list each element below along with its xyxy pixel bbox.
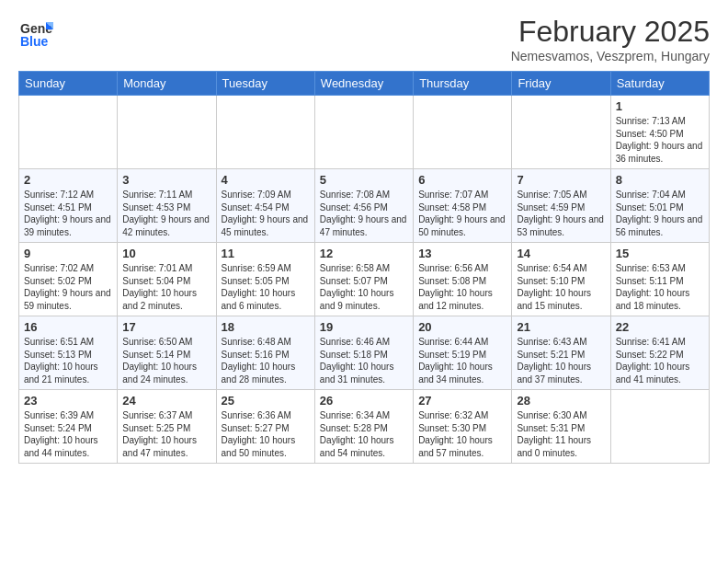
calendar-cell — [414, 96, 512, 169]
calendar-week-row: 9Sunrise: 7:02 AM Sunset: 5:02 PM Daylig… — [19, 243, 710, 316]
calendar-week-row: 1Sunrise: 7:13 AM Sunset: 4:50 PM Daylig… — [19, 96, 710, 169]
calendar-cell — [216, 96, 314, 169]
day-info: Sunrise: 7:02 AM Sunset: 5:02 PM Dayligh… — [24, 262, 112, 312]
day-number: 17 — [122, 320, 210, 334]
day-info: Sunrise: 6:51 AM Sunset: 5:13 PM Dayligh… — [24, 336, 112, 385]
day-info: Sunrise: 7:08 AM Sunset: 4:56 PM Dayligh… — [320, 189, 408, 238]
day-info: Sunrise: 7:11 AM Sunset: 4:53 PM Dayligh… — [122, 189, 210, 238]
calendar-cell — [610, 390, 709, 464]
calendar-cell: 12Sunrise: 6:58 AM Sunset: 5:07 PM Dayli… — [314, 243, 413, 316]
day-info: Sunrise: 7:09 AM Sunset: 4:54 PM Dayligh… — [222, 189, 310, 238]
calendar-cell: 10Sunrise: 7:01 AM Sunset: 5:04 PM Dayli… — [118, 243, 216, 316]
day-number: 15 — [616, 247, 704, 260]
day-info: Sunrise: 7:04 AM Sunset: 5:01 PM Dayligh… — [616, 189, 704, 238]
calendar-cell: 17Sunrise: 6:50 AM Sunset: 5:14 PM Dayli… — [118, 316, 216, 390]
day-info: Sunrise: 7:13 AM Sunset: 4:50 PM Dayligh… — [616, 115, 704, 165]
day-info: Sunrise: 7:01 AM Sunset: 5:04 PM Dayligh… — [122, 262, 210, 312]
day-info: Sunrise: 6:44 AM Sunset: 5:19 PM Dayligh… — [418, 336, 506, 385]
calendar-table: Sunday Monday Tuesday Wednesday Thursday… — [18, 71, 710, 464]
calendar-cell: 18Sunrise: 6:48 AM Sunset: 5:16 PM Dayli… — [216, 316, 314, 390]
svg-text:Blue: Blue — [20, 34, 49, 49]
day-info: Sunrise: 6:50 AM Sunset: 5:14 PM Dayligh… — [122, 336, 210, 385]
calendar-week-row: 2Sunrise: 7:12 AM Sunset: 4:51 PM Daylig… — [19, 169, 710, 243]
day-number: 14 — [517, 247, 605, 260]
day-info: Sunrise: 6:39 AM Sunset: 5:24 PM Dayligh… — [24, 409, 112, 459]
day-info: Sunrise: 6:56 AM Sunset: 5:08 PM Dayligh… — [418, 262, 506, 312]
header-sunday: Sunday — [19, 72, 118, 96]
calendar-cell — [118, 96, 216, 169]
calendar-cell: 26Sunrise: 6:34 AM Sunset: 5:28 PM Dayli… — [314, 390, 413, 464]
calendar-cell: 16Sunrise: 6:51 AM Sunset: 5:13 PM Dayli… — [19, 316, 118, 390]
header-thursday: Thursday — [414, 72, 512, 96]
logo-icon: General Blue — [18, 15, 53, 50]
day-info: Sunrise: 7:07 AM Sunset: 4:58 PM Dayligh… — [418, 189, 506, 238]
page-container: General Blue February 2025 Nemesvamos, V… — [0, 0, 728, 478]
day-number: 6 — [418, 173, 506, 187]
location: Nemesvamos, Veszprem, Hungary — [511, 49, 710, 63]
calendar-cell — [314, 96, 413, 169]
calendar-cell: 7Sunrise: 7:05 AM Sunset: 4:59 PM Daylig… — [512, 169, 610, 243]
calendar-cell: 20Sunrise: 6:44 AM Sunset: 5:19 PM Dayli… — [414, 316, 512, 390]
day-info: Sunrise: 6:59 AM Sunset: 5:05 PM Dayligh… — [222, 262, 310, 312]
logo: General Blue — [18, 15, 53, 50]
calendar-cell: 22Sunrise: 6:41 AM Sunset: 5:22 PM Dayli… — [610, 316, 709, 390]
day-number: 3 — [122, 173, 210, 187]
day-number: 2 — [24, 173, 112, 187]
day-info: Sunrise: 6:46 AM Sunset: 5:18 PM Dayligh… — [320, 336, 408, 385]
calendar-cell: 24Sunrise: 6:37 AM Sunset: 5:25 PM Dayli… — [118, 390, 216, 464]
day-number: 1 — [616, 99, 704, 113]
day-number: 18 — [222, 320, 310, 334]
day-number: 16 — [24, 320, 112, 334]
day-number: 19 — [320, 320, 408, 334]
day-info: Sunrise: 6:32 AM Sunset: 5:30 PM Dayligh… — [418, 409, 506, 459]
day-info: Sunrise: 7:12 AM Sunset: 4:51 PM Dayligh… — [24, 189, 112, 238]
calendar-cell: 9Sunrise: 7:02 AM Sunset: 5:02 PM Daylig… — [19, 243, 118, 316]
header-saturday: Saturday — [610, 72, 709, 96]
calendar-cell: 1Sunrise: 7:13 AM Sunset: 4:50 PM Daylig… — [610, 96, 709, 169]
day-number: 27 — [418, 394, 506, 408]
calendar-week-row: 23Sunrise: 6:39 AM Sunset: 5:24 PM Dayli… — [19, 390, 710, 464]
day-number: 8 — [616, 173, 704, 187]
calendar-cell: 23Sunrise: 6:39 AM Sunset: 5:24 PM Dayli… — [19, 390, 118, 464]
calendar-cell: 14Sunrise: 6:54 AM Sunset: 5:10 PM Dayli… — [512, 243, 610, 316]
calendar-cell: 3Sunrise: 7:11 AM Sunset: 4:53 PM Daylig… — [118, 169, 216, 243]
calendar-cell: 2Sunrise: 7:12 AM Sunset: 4:51 PM Daylig… — [19, 169, 118, 243]
header-wednesday: Wednesday — [314, 72, 413, 96]
day-info: Sunrise: 6:30 AM Sunset: 5:31 PM Dayligh… — [517, 409, 605, 459]
day-number: 9 — [24, 247, 112, 260]
day-info: Sunrise: 6:34 AM Sunset: 5:28 PM Dayligh… — [320, 409, 408, 459]
calendar-cell: 13Sunrise: 6:56 AM Sunset: 5:08 PM Dayli… — [414, 243, 512, 316]
day-number: 28 — [517, 394, 605, 408]
calendar-cell: 6Sunrise: 7:07 AM Sunset: 4:58 PM Daylig… — [414, 169, 512, 243]
calendar-cell: 8Sunrise: 7:04 AM Sunset: 5:01 PM Daylig… — [610, 169, 709, 243]
day-number: 24 — [122, 394, 210, 408]
page-header: General Blue February 2025 Nemesvamos, V… — [18, 15, 710, 63]
day-info: Sunrise: 6:43 AM Sunset: 5:21 PM Dayligh… — [517, 336, 605, 385]
calendar-cell: 15Sunrise: 6:53 AM Sunset: 5:11 PM Dayli… — [610, 243, 709, 316]
calendar-cell: 25Sunrise: 6:36 AM Sunset: 5:27 PM Dayli… — [216, 390, 314, 464]
calendar-cell: 5Sunrise: 7:08 AM Sunset: 4:56 PM Daylig… — [314, 169, 413, 243]
calendar-cell: 28Sunrise: 6:30 AM Sunset: 5:31 PM Dayli… — [512, 390, 610, 464]
day-number: 25 — [222, 394, 310, 408]
day-number: 13 — [418, 247, 506, 260]
day-info: Sunrise: 7:05 AM Sunset: 4:59 PM Dayligh… — [517, 189, 605, 238]
day-number: 5 — [320, 173, 408, 187]
day-number: 4 — [222, 173, 310, 187]
calendar-cell: 4Sunrise: 7:09 AM Sunset: 4:54 PM Daylig… — [216, 169, 314, 243]
calendar-cell: 11Sunrise: 6:59 AM Sunset: 5:05 PM Dayli… — [216, 243, 314, 316]
day-info: Sunrise: 6:48 AM Sunset: 5:16 PM Dayligh… — [222, 336, 310, 385]
day-number: 26 — [320, 394, 408, 408]
header-tuesday: Tuesday — [216, 72, 314, 96]
days-header-row: Sunday Monday Tuesday Wednesday Thursday… — [19, 72, 710, 96]
calendar-cell: 19Sunrise: 6:46 AM Sunset: 5:18 PM Dayli… — [314, 316, 413, 390]
day-info: Sunrise: 6:54 AM Sunset: 5:10 PM Dayligh… — [517, 262, 605, 312]
calendar-body: 1Sunrise: 7:13 AM Sunset: 4:50 PM Daylig… — [19, 96, 710, 464]
header-monday: Monday — [118, 72, 216, 96]
day-number: 22 — [616, 320, 704, 334]
calendar-cell — [19, 96, 118, 169]
calendar-cell: 21Sunrise: 6:43 AM Sunset: 5:21 PM Dayli… — [512, 316, 610, 390]
day-number: 23 — [24, 394, 112, 408]
day-number: 20 — [418, 320, 506, 334]
day-number: 21 — [517, 320, 605, 334]
calendar-cell — [512, 96, 610, 169]
